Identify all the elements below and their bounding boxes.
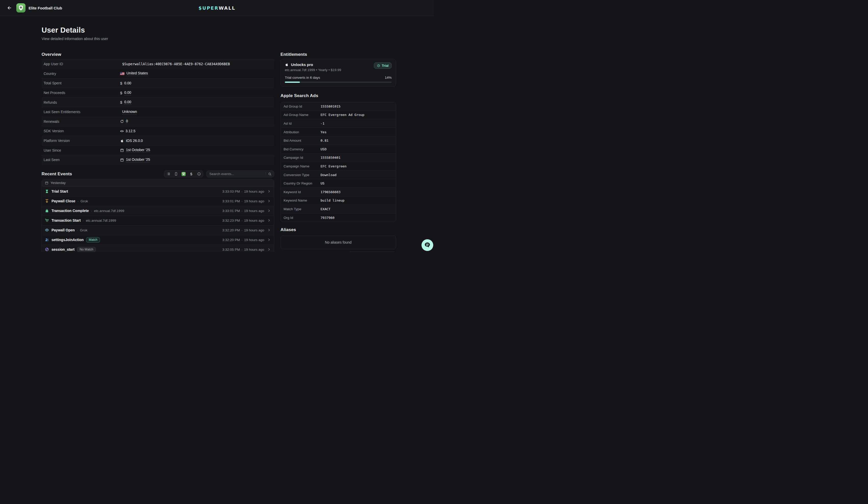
left-column: User Details View detailed information a…	[42, 16, 274, 252]
event-row[interactable]: Transaction Complete · etc.annual.7df.19…	[42, 206, 274, 216]
event-ago: 19 hours ago	[244, 199, 264, 203]
event-ago: 19 hours ago	[244, 209, 264, 213]
events-rows: Trial Start 3:33:03 PM · 19 hours ago	[42, 187, 274, 252]
topbar: Elite Football Club $UPERWALL	[0, 0, 434, 16]
user-section-header: User	[280, 252, 396, 252]
recent-events-header: Recent Events $	[42, 170, 274, 178]
entitlements-heading: Entitlements	[280, 52, 396, 57]
event-time-separator: ·	[241, 209, 243, 213]
right-column: Entitlements Unlocks pro etc.annual.7df.…	[280, 16, 396, 252]
row-value: 0.00	[124, 91, 131, 95]
event-ago: 19 hours ago	[244, 219, 264, 222]
event-time: 3:32:20 PM	[223, 228, 240, 232]
row-value: 0.00	[124, 100, 131, 105]
event-row[interactable]: Trial Start 3:33:03 PM · 19 hours ago	[42, 187, 274, 197]
event-row[interactable]: Paywall Close · Grok 3:33:01 PM · 19 hou…	[42, 197, 274, 206]
events-search	[206, 170, 274, 177]
row-label: Bid Amount	[281, 139, 321, 143]
row-label: App User ID	[42, 62, 120, 66]
event-name: settingsJoinAction	[52, 238, 84, 242]
app-name: Elite Football Club	[29, 6, 62, 10]
table-row: Bid Currency USD	[281, 145, 396, 154]
row-value: United States	[126, 71, 148, 76]
entitlement-name: Unlocks pro	[291, 62, 313, 67]
row-label: SDK Version	[42, 129, 120, 133]
row-value: Download	[321, 173, 337, 177]
chevron-right-icon	[267, 190, 271, 193]
events-view-toggle: $	[164, 170, 203, 177]
table-row: Keyword Name build lineup	[281, 197, 396, 205]
value-icon: <>	[120, 129, 123, 133]
back-button[interactable]	[6, 4, 13, 12]
event-row[interactable]: session_start No Match 3:32:05 PM · 19 h…	[42, 245, 274, 252]
row-label: Last Seen Entitlements	[42, 110, 120, 114]
row-value: 1796566603	[321, 190, 340, 194]
event-ago: 19 hours ago	[244, 238, 264, 242]
value-icon	[120, 72, 124, 75]
table-row: App User ID $SuperwallAlias:40EC9876-A85…	[42, 59, 274, 69]
event-time-separator: ·	[241, 219, 243, 222]
event-name: Transaction Complete	[52, 209, 89, 213]
row-label: Keyword Id	[281, 190, 321, 194]
row-value: -1	[321, 122, 324, 125]
events-view-button[interactable]	[172, 171, 179, 177]
row-label: Keyword Name	[281, 199, 321, 202]
event-badge: Match	[86, 237, 100, 243]
back-arrow-icon	[7, 6, 12, 10]
row-value: Yes	[321, 130, 327, 134]
events-group-label: Yesterday	[51, 181, 66, 185]
logo-accent: $UPER	[199, 6, 219, 11]
event-row[interactable]: Transaction Start · etc.annual.7df.1999 …	[42, 216, 274, 225]
row-label: User Since	[42, 148, 120, 153]
event-row[interactable]: settingsJoinAction Match 3:32:20 PM · 19…	[42, 235, 274, 245]
table-row: Keyword Id 1796566603	[281, 188, 396, 197]
event-icon	[45, 209, 49, 213]
event-time-separator: ·	[241, 190, 243, 193]
row-value: EXACT	[321, 207, 330, 211]
event-name: Trial Start	[52, 189, 68, 193]
events-view-button[interactable]: $	[188, 171, 195, 177]
event-time: 3:33:01 PM	[223, 199, 240, 203]
support-chat-button[interactable]	[422, 239, 433, 251]
trial-converts-text: Trial converts in 6 days	[285, 76, 320, 80]
event-icon	[45, 248, 49, 252]
trial-progress-fill	[285, 82, 300, 83]
table-row: Last Seen 1st October '25	[42, 155, 274, 165]
value-icon	[120, 148, 124, 152]
chevron-right-icon	[267, 248, 271, 251]
row-value: 0.81	[321, 139, 329, 143]
row-label: Org Id	[281, 216, 321, 220]
row-label: Match Type	[281, 207, 321, 211]
row-label: Renewals	[42, 119, 120, 124]
table-row: SDK Version <> 3.12.5	[42, 126, 274, 136]
page-title: User Details	[42, 26, 274, 34]
aliases-empty-text: No aliases found	[325, 240, 351, 244]
event-name: session_start	[52, 248, 74, 252]
row-label: Refunds	[42, 101, 120, 104]
row-label: Ad Group Id	[281, 104, 321, 108]
events-view-button[interactable]	[195, 171, 203, 177]
row-value: 1555801015	[321, 104, 340, 108]
page-subtitle: View detailed information about this use…	[42, 36, 274, 41]
row-label: Conversion Type	[281, 173, 321, 177]
row-value: 0	[126, 119, 128, 124]
table-row: Ad Group Name EFC Evergreen Ad Group	[281, 111, 396, 119]
event-icon	[45, 238, 49, 242]
events-view-button[interactable]	[165, 171, 172, 177]
recent-events-heading: Recent Events	[42, 171, 72, 177]
row-value: 0.00	[124, 81, 131, 85]
trial-badge: Trial	[374, 62, 392, 69]
row-value: Unknown	[122, 109, 137, 114]
event-time: 3:32:23 PM	[223, 219, 240, 222]
app-logo-icon	[16, 3, 25, 12]
apple-search-ads-table: Ad Group Id 1555801015 Ad Group Name EFC…	[280, 102, 396, 222]
table-row: Ad Group Id 1555801015	[281, 102, 396, 111]
row-label: Last Seen	[42, 158, 120, 162]
event-row[interactable]: Paywall Open · Grok 3:32:20 PM · 19 hour…	[42, 225, 274, 235]
apple-search-ads-heading: Apple Search Ads	[280, 93, 396, 98]
event-ago: 19 hours ago	[244, 228, 264, 232]
events-view-button[interactable]	[180, 171, 187, 177]
event-time: 3:33:01 PM	[223, 209, 240, 213]
events-search-input[interactable]	[209, 172, 264, 176]
row-value: 1st October '25	[126, 148, 150, 153]
